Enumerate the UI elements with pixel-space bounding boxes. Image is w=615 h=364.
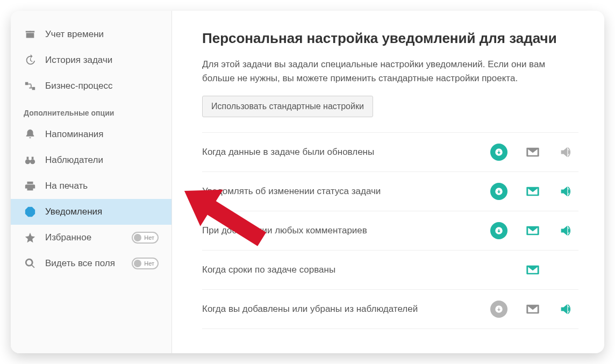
notification-row-icons [490,301,578,318]
history-icon [24,54,37,67]
sidebar-item-label: Учет времени [45,29,104,40]
notification-row: Когда данные в задаче были обновлены [202,132,578,172]
workflow-icon [24,80,37,92]
notification-row: При добавлении любых комментариев [202,211,578,251]
sound-toggle-icon[interactable] [558,301,574,317]
sidebar-item-favorites[interactable]: Избранное Нет [11,225,171,251]
notification-row-icons [490,144,578,161]
svg-rect-7 [32,157,34,160]
sidebar-item-print[interactable]: На печать [11,173,171,199]
notification-row: Когда сроки по задаче сорваны [202,251,578,290]
svg-rect-6 [27,157,29,160]
sound-toggle-icon[interactable] [558,183,574,199]
bell-icon [24,128,37,141]
sidebar-section-header: Дополнительные опции [11,99,171,122]
binoculars-icon [24,154,37,167]
sidebar-item-label: Избранное [45,232,91,243]
sidebar-item-label: Уведомления [45,206,102,217]
sidebar-item-history[interactable]: История задачи [11,47,171,73]
email-toggle-icon[interactable] [525,183,541,199]
magnifier-icon [24,257,37,270]
sidebar-item-label: Наблюдатели [45,155,103,166]
main-panel: Персональная настройка уведомлений для з… [172,11,604,353]
notification-rows: Когда данные в задаче были обновленыУвед… [202,132,578,329]
svg-point-0 [30,31,31,33]
notification-row-label: При добавлении любых комментариев [202,225,490,236]
star-icon [24,231,37,244]
push-toggle-icon[interactable] [490,183,507,200]
page-description: Для этой задачи вы задали специальные на… [202,58,568,85]
notification-row-label: Когда сроки по задаче сорваны [202,265,490,275]
svg-rect-1 [25,82,28,85]
sound-toggle-icon[interactable] [558,144,574,160]
favorites-toggle[interactable]: Нет [132,232,159,244]
sidebar-item-label: На печать [45,181,88,191]
email-toggle-icon[interactable] [525,223,541,239]
email-toggle-icon[interactable] [525,301,541,317]
notification-row-label: Когда данные в задаче были обновлены [202,147,490,158]
page-title: Персональная настройка уведомлений для з… [202,30,578,47]
sidebar-item-timetracking[interactable]: Учет времени [11,22,171,47]
sound-toggle-icon[interactable] [558,223,574,239]
notification-row-icons [490,261,578,279]
notification-row-icons [490,222,578,239]
sidebar-item-reminders[interactable]: Напоминания [11,122,171,147]
push-toggle-icon[interactable] [490,222,507,239]
sidebar-item-label: Бизнес-процесс [45,81,113,91]
notification-row-label: Когда вы добавлены или убраны из наблюда… [202,304,490,315]
notification-row: Когда вы добавлены или убраны из наблюда… [202,290,578,329]
printer-icon [24,180,37,192]
notification-row: Уведомлять об изменении статуса задачи [202,172,578,211]
email-toggle-icon[interactable] [525,262,541,278]
sidebar-item-process[interactable]: Бизнес-процесс [11,73,171,99]
sidebar-item-label: Напоминания [45,129,104,140]
sidebar: Учет времени История задачи Бизнес-проце… [11,11,172,353]
allfields-toggle[interactable]: Нет [132,258,159,269]
use-default-settings-button[interactable]: Использовать стандартные настройки [202,96,373,117]
notification-row-label: Уведомлять об изменении статуса задачи [202,186,490,197]
sidebar-item-notifications[interactable]: Уведомления [11,199,171,225]
sidebar-item-watchers[interactable]: Наблюдатели [11,147,171,173]
alert-octagon-icon [24,205,37,218]
push-toggle-icon[interactable] [490,144,507,161]
clock-money-icon [24,28,37,41]
settings-card: Учет времени История задачи Бизнес-проце… [11,11,604,353]
push-toggle-icon[interactable] [490,301,507,318]
sidebar-item-allfields[interactable]: Видеть все поля Нет [11,251,171,276]
sidebar-item-label: История задачи [45,55,112,66]
notification-row-icons [490,183,578,200]
svg-rect-5 [29,160,31,162]
svg-rect-2 [32,87,35,90]
sidebar-item-label: Видеть все поля [45,258,115,269]
email-toggle-icon[interactable] [525,144,541,160]
